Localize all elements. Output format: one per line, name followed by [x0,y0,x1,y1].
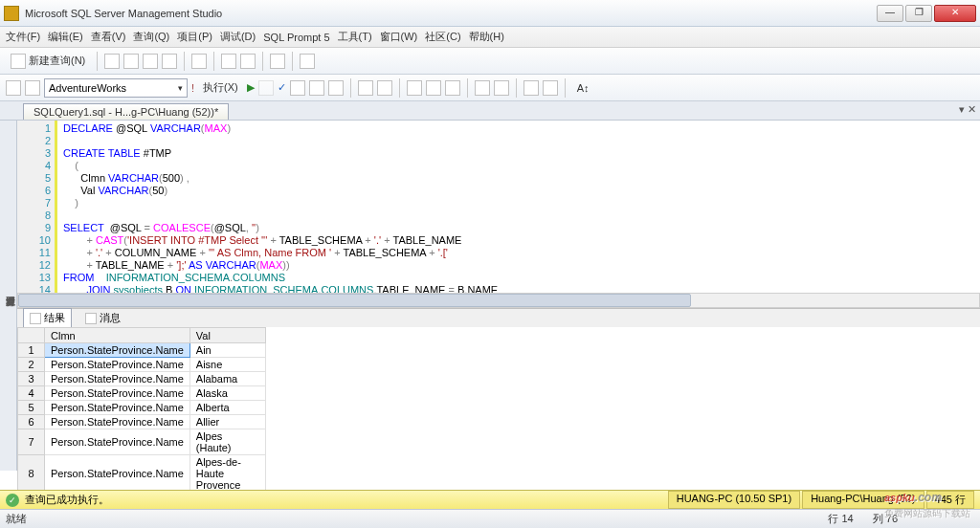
object-explorer-collapsed[interactable]: 对象资源管理器 [0,101,17,471]
save-all-icon[interactable] [240,54,256,69]
code-editor[interactable]: 12345678910111213141516 DECLARE @SQL VAR… [17,121,980,293]
messages-icon [85,313,97,324]
case-icon[interactable]: A↕ [572,79,594,97]
maximize-button[interactable]: ❐ [905,5,932,22]
toolbar-icon[interactable] [358,80,373,96]
line-gutter: 12345678910111213141516 [17,121,57,293]
watermark: aspku.com 免费网站源码下载站 [884,482,970,520]
stop-icon [258,80,274,96]
column-header[interactable]: Val [189,328,265,343]
table-row[interactable]: 8Person.StateProvince.NameAlpes-de-Haute… [18,455,266,491]
toolbar-icon[interactable] [104,54,120,69]
new-query-icon [11,54,26,69]
toolbar-icon[interactable] [328,80,344,96]
toolbar-icon[interactable] [143,54,158,69]
titlebar: Microsoft SQL Server Management Studio —… [0,0,980,27]
menu-item[interactable]: 查询(Q) [133,30,169,44]
menu-item[interactable]: 调试(D) [220,30,256,44]
success-icon: ✓ [6,494,19,507]
toolbar-icon[interactable] [6,80,21,96]
menu-item[interactable]: 查看(V) [91,30,126,44]
menu-item[interactable]: 编辑(E) [48,30,83,44]
toolbar-icon[interactable] [25,80,40,96]
sql-toolbar: AdventureWorks ! 执行(X) ▶ ✓ A↕ [0,75,980,101]
save-icon[interactable] [221,54,236,69]
results-file-icon[interactable] [445,80,460,96]
document-tabs: SQLQuery1.sql - H...g-PC\Huang (52))* ▾✕ [0,101,980,121]
toolbar-icon[interactable] [309,80,324,96]
menubar: 文件(F)编辑(E)查看(V)查询(Q)项目(P)调试(D)SQL Prompt… [0,27,980,48]
toolbar-icon[interactable] [377,80,392,96]
run-icon[interactable]: ▶ [247,81,255,94]
ready-label: 就绪 [6,512,27,526]
grid-icon [30,313,41,324]
table-row[interactable]: 6Person.StateProvince.NameAllier [18,415,266,429]
toolbar-icon[interactable] [123,54,139,69]
menu-item[interactable]: SQL Prompt 5 [263,32,329,43]
tab-sqlquery1[interactable]: SQLQuery1.sql - H...g-PC\Huang (52))* [23,103,229,120]
menu-item[interactable]: 社区(C) [425,30,460,44]
table-row[interactable]: 7Person.StateProvince.NameAlpes (Haute) [18,429,266,455]
database-selector[interactable]: AdventureWorks [44,78,188,98]
menu-item[interactable]: 工具(T) [338,30,372,44]
editor-hscrollbar[interactable] [17,293,980,308]
table-row[interactable]: 3Person.StateProvince.NameAlabama [18,372,266,386]
app-icon [4,6,19,21]
table-row[interactable]: 5Person.StateProvince.NameAlberta [18,401,266,415]
tab-results[interactable]: 结果 [23,308,72,328]
column-header[interactable] [18,328,45,343]
window-title: Microsoft SQL Server Management Studio [25,8,877,19]
tab-messages[interactable]: 消息 [79,309,126,327]
tab-dropdown-icon[interactable]: ▾ [959,103,965,116]
comment-icon[interactable] [523,80,539,96]
table-row[interactable]: 4Person.StateProvince.NameAlaska [18,386,266,401]
menu-item[interactable]: 项目(P) [177,30,212,44]
line-indicator: 行 14 [828,512,853,526]
close-button[interactable]: ✕ [934,5,976,22]
column-header[interactable]: Clmn [45,328,190,343]
main-toolbar: 新建查询(N) [0,48,980,75]
toolbar-icon[interactable] [290,80,305,96]
tab-close-icon[interactable]: ✕ [968,103,976,116]
execute-button[interactable]: 执行(X) [198,77,243,98]
indent-icon[interactable] [475,80,490,96]
menu-item[interactable]: 窗口(W) [380,30,418,44]
code-content[interactable]: DECLARE @SQL VARCHAR(MAX) CREATE TABLE #… [55,121,980,293]
minimize-button[interactable]: — [877,5,903,22]
results-tabs: 结果 消息 [17,308,980,327]
table-row[interactable]: 1Person.StateProvince.NameAin [18,343,266,358]
new-query-button[interactable]: 新建查询(N) [6,51,90,72]
parse-icon[interactable]: ✓ [278,81,286,94]
status-message: 查询已成功执行。 [25,493,109,507]
status-server: HUANG-PC (10.50 SP1) [668,491,800,509]
table-row[interactable]: 2Person.StateProvince.NameAisne [18,358,266,372]
toolbar-icon[interactable] [300,54,315,69]
ide-status-bar: 就绪 行 14 列 76 [0,509,980,528]
menu-item[interactable]: 文件(F) [6,30,40,44]
results-grid[interactable]: ClmnVal1Person.StateProvince.NameAin2Per… [17,327,980,490]
toolbar-icon[interactable] [270,54,285,69]
results-text-icon[interactable] [426,80,441,96]
query-status-bar: ✓ 查询已成功执行。 HUANG-PC (10.50 SP1) Huang-PC… [0,490,980,509]
uncomment-icon[interactable] [543,80,558,96]
menu-item[interactable]: 帮助(H) [469,30,504,44]
toolbar-icon[interactable] [162,54,177,69]
results-grid-icon[interactable] [407,80,422,96]
outdent-icon[interactable] [494,80,509,96]
open-icon[interactable] [191,54,207,69]
